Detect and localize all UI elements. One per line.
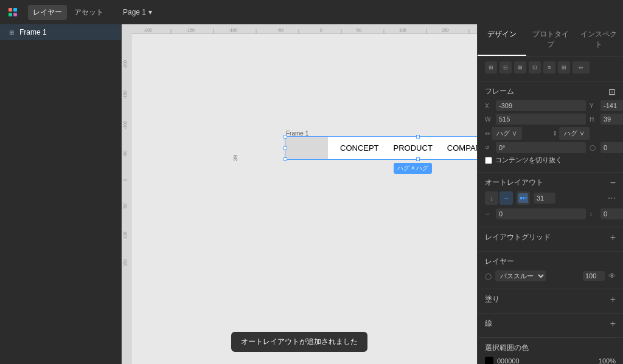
radius-input[interactable] bbox=[600, 142, 623, 153]
nav-concept[interactable]: CONCEPT bbox=[333, 139, 386, 157]
hug-label: ハグ × ハグ bbox=[394, 163, 432, 174]
x-label: X bbox=[485, 103, 493, 109]
tab-inspect[interactable]: インスペクト bbox=[574, 24, 623, 56]
grid-section: レイアウトグリッド + bbox=[478, 227, 623, 252]
svg-text:0: 0 bbox=[320, 28, 322, 32]
align-section: ⊞ ⊟ ⊠ ⊡ ≡ ⊞ ⇔ bbox=[478, 57, 623, 81]
w-group: W bbox=[485, 114, 586, 125]
padding-h-input[interactable] bbox=[496, 208, 586, 219]
svg-text:50: 50 bbox=[123, 204, 127, 208]
nav-product[interactable]: PRODUCT bbox=[386, 139, 440, 157]
svg-rect-2 bbox=[9, 13, 12, 16]
x-input[interactable] bbox=[496, 100, 586, 111]
frame-inner: CONCEPT PRODUCT COMPANY CONTACT bbox=[285, 137, 477, 159]
app-logo bbox=[7, 7, 18, 18]
svg-rect-30 bbox=[520, 197, 522, 199]
opacity-input[interactable] bbox=[583, 271, 605, 281]
tab-design[interactable]: デザイン bbox=[478, 24, 526, 56]
fill-title: 塗り bbox=[485, 294, 499, 304]
align-row: ⊞ ⊟ ⊠ ⊡ ≡ ⊞ ⇔ bbox=[485, 61, 616, 74]
w-label: W bbox=[485, 116, 493, 123]
align-center-h[interactable]: ⊟ bbox=[499, 61, 512, 74]
autolayout-remove[interactable]: − bbox=[610, 178, 616, 188]
width-mode-icon: ⇔ bbox=[485, 130, 490, 137]
w-input[interactable] bbox=[496, 114, 586, 125]
padding-v-icon: ↕ bbox=[590, 211, 598, 217]
stroke-title: 線 bbox=[485, 318, 492, 329]
align-right[interactable]: ⊠ bbox=[514, 61, 526, 74]
logo-placeholder bbox=[285, 137, 328, 159]
height-mode-btn[interactable]: ハグ ∨ bbox=[559, 127, 590, 140]
svg-text:-150: -150 bbox=[123, 91, 127, 99]
tab-assets[interactable]: アセット bbox=[69, 5, 108, 20]
x-group: X bbox=[485, 100, 586, 111]
visibility-icon[interactable]: 👁 bbox=[608, 272, 616, 280]
canvas-frame[interactable]: CONCEPT PRODUCT COMPANY CONTACT bbox=[285, 136, 477, 160]
align-left[interactable]: ⊞ bbox=[485, 61, 497, 74]
handle-bm[interactable] bbox=[416, 157, 420, 161]
dir-down[interactable]: ↓ bbox=[485, 191, 498, 205]
handle-ml[interactable] bbox=[284, 146, 287, 150]
height-mode-icon: ⇕ bbox=[552, 130, 557, 137]
spacing-icon bbox=[520, 194, 527, 202]
y-input[interactable] bbox=[600, 100, 623, 111]
expand-icon: ⊡ bbox=[608, 87, 616, 97]
clip-row: コンテンツを切り抜く bbox=[485, 156, 616, 165]
svg-text:-50: -50 bbox=[277, 28, 284, 32]
size-badge: 39 bbox=[232, 155, 238, 161]
h-input[interactable] bbox=[600, 114, 623, 125]
svg-text:0: 0 bbox=[123, 179, 127, 181]
handle-tl[interactable] bbox=[284, 135, 287, 139]
padding-h-group: ↔ bbox=[485, 208, 586, 219]
distribute-h[interactable]: ⇔ bbox=[573, 61, 590, 74]
color-swatch-0[interactable] bbox=[485, 357, 493, 364]
fill-add[interactable]: + bbox=[610, 295, 616, 304]
width-mode-btn[interactable]: ハグ ∨ bbox=[492, 127, 522, 140]
padding-v-input[interactable] bbox=[600, 208, 623, 219]
blend-mode-select[interactable]: パススルー ノーマル bbox=[495, 270, 546, 281]
tab-layers[interactable]: レイヤー bbox=[28, 5, 67, 20]
align-top[interactable]: ⊡ bbox=[529, 61, 541, 74]
fill-header: 塗り + bbox=[485, 294, 616, 304]
nav-company[interactable]: COMPANY bbox=[440, 139, 477, 157]
layer-frame1[interactable]: ⊞ Frame 1 bbox=[0, 24, 121, 40]
circle-icon: ◯ bbox=[485, 273, 492, 280]
handle-bl[interactable] bbox=[284, 157, 287, 161]
svg-text:50: 50 bbox=[357, 28, 361, 32]
left-panel: ⊞ Frame 1 bbox=[0, 24, 122, 364]
layer-left: ◯ パススルー ノーマル bbox=[485, 270, 546, 281]
more-options[interactable]: ··· bbox=[608, 193, 616, 204]
layer-row: ◯ パススルー ノーマル 👁 bbox=[485, 270, 616, 281]
rot-icon: ↺ bbox=[485, 145, 493, 151]
grid-add[interactable]: + bbox=[610, 233, 616, 242]
padding-row: ↔ ↕ ⊡ bbox=[485, 208, 616, 219]
height-mode-group: ⇕ ハグ ∨ bbox=[552, 127, 616, 140]
stroke-add[interactable]: + bbox=[610, 319, 616, 329]
frame-section: フレーム ⊡ X Y W H bbox=[478, 81, 623, 173]
xy-row: X Y bbox=[485, 100, 616, 111]
handle-tm[interactable] bbox=[416, 135, 420, 139]
color-hex-0: 000000 bbox=[497, 357, 595, 364]
svg-text:-150: -150 bbox=[186, 28, 195, 32]
clip-checkbox[interactable] bbox=[485, 157, 492, 164]
dir-right[interactable]: → bbox=[499, 191, 513, 205]
page-selector[interactable]: Page 1 ▾ bbox=[118, 5, 157, 19]
autolayout-spacing-inputs bbox=[534, 193, 555, 204]
grid-header: レイアウトグリッド + bbox=[485, 232, 616, 242]
wh-row: W H bbox=[485, 114, 616, 125]
spacing-input[interactable] bbox=[534, 193, 555, 204]
direction-buttons: ↓ → bbox=[485, 191, 513, 205]
rotation-input[interactable] bbox=[496, 142, 586, 153]
color-row-0: 000000 100% bbox=[485, 357, 616, 364]
svg-text:-100: -100 bbox=[123, 121, 127, 129]
frame-title: フレーム bbox=[485, 86, 514, 97]
align-bottom[interactable]: ⊞ bbox=[558, 61, 570, 74]
stroke-header: 線 + bbox=[485, 318, 616, 329]
clip-label[interactable]: コンテンツを切り抜く bbox=[485, 156, 562, 165]
canvas[interactable]: -200 -150 -100 -50 0 50 100 150 bbox=[122, 24, 477, 364]
y-label: Y bbox=[590, 103, 598, 109]
toast-notification: オートレイアウトが追加されました bbox=[231, 332, 367, 352]
ruler-corner bbox=[122, 24, 131, 34]
tab-prototype[interactable]: プロトタイプ bbox=[526, 24, 575, 56]
align-center-v[interactable]: ≡ bbox=[543, 61, 555, 74]
